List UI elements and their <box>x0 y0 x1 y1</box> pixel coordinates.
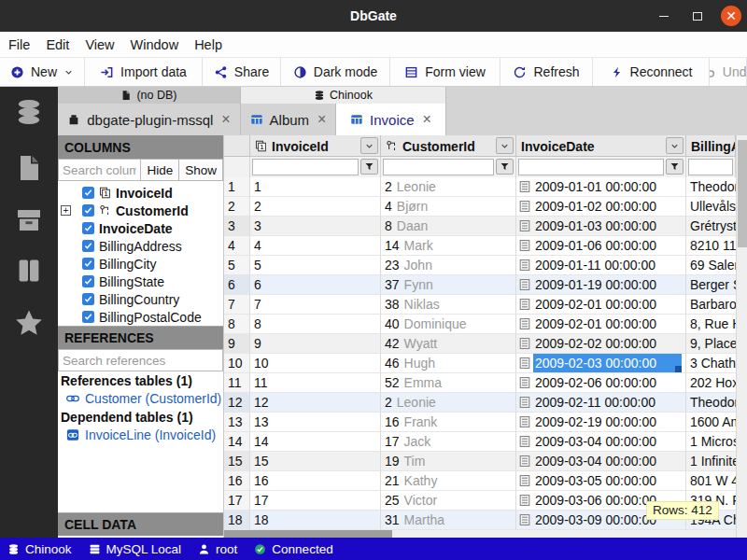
column-item-billingaddress[interactable]: BillingAddress <box>58 237 223 255</box>
sidebar-database-button[interactable] <box>13 96 45 128</box>
row-number[interactable]: 5 <box>224 256 250 275</box>
tab-invoice[interactable]: Invoice× <box>336 104 446 135</box>
cell-invoiceid[interactable]: 6 <box>250 275 381 295</box>
invoicedate-value[interactable]: 2009-03-05 00:00:00 <box>533 471 682 490</box>
vertical-scrollbar-thumb[interactable] <box>738 140 747 247</box>
invoicedate-value[interactable]: 2009-02-01 00:00:00 <box>533 315 682 333</box>
toolbar-reconnect-button[interactable]: Reconnect <box>593 58 710 86</box>
checkbox-checked[interactable] <box>82 222 94 234</box>
row-number[interactable]: 15 <box>224 452 250 471</box>
checkbox-checked[interactable] <box>82 293 94 305</box>
checkbox-checked[interactable] <box>82 275 94 287</box>
sidebar-archive-button[interactable] <box>13 204 45 236</box>
reference-link-invoiceline-invoiceid-[interactable]: InvoiceLine (InvoiceId) <box>58 426 223 444</box>
invoicedate-value[interactable]: 2009-02-19 00:00:00 <box>533 413 682 431</box>
checkbox-checked[interactable] <box>82 258 94 270</box>
cell-customerid[interactable]: 16Frank <box>381 413 516 432</box>
selected-cell[interactable]: 2009-02-03 00:00:00 <box>533 354 682 372</box>
reference-link-customer-customerid-[interactable]: Customer (CustomerId) <box>58 389 223 408</box>
cell-invoiceid[interactable]: 8 <box>250 315 381 334</box>
column-item-billingcity[interactable]: BillingCity <box>58 255 223 273</box>
cell-customerid[interactable]: 8Daan <box>381 217 516 236</box>
checkbox-checked[interactable] <box>82 204 94 217</box>
tab-album[interactable]: Album× <box>241 104 336 135</box>
cell-invoicedate[interactable]: 2009-02-06 00:00:00 <box>516 373 686 393</box>
cell-customerid[interactable]: 37Fynn <box>381 275 516 295</box>
cell-invoiceid[interactable]: 1 <box>250 177 381 197</box>
cell-invoicedate[interactable]: 2009-03-05 00:00:00 <box>516 471 686 491</box>
column-item-invoicedate[interactable]: InvoiceDate <box>58 219 223 237</box>
cell-billingaddress[interactable]: Berger Straße 10 <box>686 275 736 295</box>
search-references-input[interactable] <box>58 349 223 371</box>
cell-customerid[interactable]: 46Hugh <box>381 354 516 373</box>
expand-icon[interactable]: + <box>61 205 71 216</box>
filter-funnel-button[interactable] <box>666 159 684 175</box>
menu-edit[interactable]: Edit <box>46 37 69 52</box>
cell-invoiceid[interactable]: 16 <box>250 471 381 491</box>
cell-invoiceid[interactable]: 2 <box>250 197 381 217</box>
sidebar-star-button[interactable] <box>13 307 45 339</box>
filter-input-customerid[interactable] <box>383 159 494 175</box>
menu-file[interactable]: File <box>8 37 30 52</box>
invoicedate-value[interactable]: 2009-02-02 00:00:00 <box>533 334 682 353</box>
grid-header-customerid[interactable]: CustomerId <box>381 135 516 157</box>
column-menu-button[interactable] <box>496 137 514 154</box>
row-number[interactable]: 12 <box>224 393 250 413</box>
invoicedate-value[interactable]: 2009-01-19 00:00:00 <box>533 275 682 294</box>
cell-data-panel-header[interactable]: CELL DATA <box>58 512 223 536</box>
cell-billingaddress[interactable]: 3 Chatham Street <box>686 354 736 373</box>
tab-group-chinook[interactable]: Chinook <box>241 87 446 104</box>
cell-billingaddress[interactable]: 1600 Amphitheatre Parkway <box>686 413 736 432</box>
menu-view[interactable]: View <box>85 37 114 52</box>
column-item-billingcountry[interactable]: BillingCountry <box>58 290 223 308</box>
row-number[interactable]: 2 <box>224 197 250 217</box>
cell-billingaddress[interactable]: 801 W 4th Street <box>686 471 736 491</box>
checkbox-checked[interactable] <box>82 240 94 252</box>
cell-invoicedate[interactable]: 2009-01-02 00:00:00 <box>516 197 686 217</box>
column-menu-button[interactable] <box>360 137 378 154</box>
row-number[interactable]: 18 <box>224 511 250 530</box>
column-item-billingstate[interactable]: BillingState <box>58 273 223 290</box>
row-number[interactable]: 3 <box>224 217 250 236</box>
row-number[interactable]: 16 <box>224 471 250 491</box>
grid-header-corner[interactable] <box>224 135 250 157</box>
checkbox-checked[interactable] <box>82 311 94 323</box>
statusbar-root[interactable]: root <box>198 542 237 556</box>
invoicedate-value[interactable]: 2009-01-03 00:00:00 <box>533 217 682 235</box>
cell-invoicedate[interactable]: 2009-01-11 00:00:00 <box>516 256 686 275</box>
cell-billingaddress[interactable]: Ullevålsveien 14 <box>686 197 736 217</box>
cell-customerid[interactable]: 23John <box>381 256 516 275</box>
statusbar-chinook[interactable]: Chinook <box>7 542 72 556</box>
row-number[interactable]: 6 <box>224 275 250 295</box>
references-panel-header[interactable]: REFERENCES <box>58 326 223 349</box>
cell-customerid[interactable]: 4Bjørn <box>381 197 516 217</box>
show-button[interactable]: Show <box>179 159 223 181</box>
column-item-billingpostalcode[interactable]: BillingPostalCode <box>58 308 223 326</box>
cell-invoiceid[interactable]: 15 <box>250 452 381 471</box>
toolbar-share-button[interactable]: Share <box>203 58 281 86</box>
cell-billingaddress[interactable]: 9, Place Louis Barthou <box>686 334 736 354</box>
row-number[interactable]: 4 <box>224 236 250 256</box>
cell-customerid[interactable]: 52Emma <box>381 373 516 393</box>
close-button[interactable]: ✕ <box>721 6 741 26</box>
invoicedate-value[interactable]: 2009-02-01 00:00:00 <box>533 295 682 314</box>
sidebar-book-button[interactable] <box>13 255 45 287</box>
cell-billingaddress[interactable]: 8210 111 ST NW <box>686 236 736 256</box>
invoicedate-value[interactable]: 2009-01-06 00:00:00 <box>533 236 682 255</box>
invoicedate-value[interactable]: 2009-02-11 00:00:00 <box>533 393 682 412</box>
cell-invoicedate[interactable]: 2009-02-19 00:00:00 <box>516 413 686 432</box>
sidebar-file-button[interactable] <box>13 152 45 184</box>
cell-invoicedate[interactable]: 2009-02-01 00:00:00 <box>516 315 686 334</box>
cell-customerid[interactable]: 40Dominique <box>381 315 516 334</box>
row-number[interactable]: 11 <box>224 373 250 393</box>
horizontal-scrollbar-thumb[interactable] <box>224 530 392 538</box>
cell-invoiceid[interactable]: 13 <box>250 413 381 432</box>
tab-close-icon[interactable]: × <box>423 111 431 128</box>
cell-invoiceid[interactable]: 10 <box>250 354 381 373</box>
toolbar-import-data-button[interactable]: Import data <box>85 58 203 86</box>
cell-invoiceid[interactable]: 5 <box>250 256 381 275</box>
cell-invoiceid[interactable]: 12 <box>250 393 381 413</box>
column-item-customerid[interactable]: +CustomerId <box>58 202 223 219</box>
filter-input-billingaddress[interactable] <box>688 159 733 175</box>
cell-invoicedate[interactable]: 2009-01-06 00:00:00 <box>516 236 686 256</box>
